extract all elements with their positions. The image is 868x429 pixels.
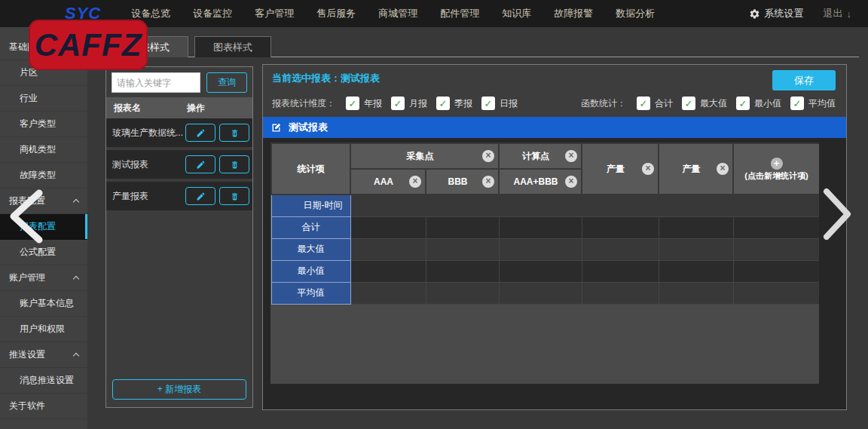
column-subheader: AAA+BBB×	[499, 169, 582, 195]
checkbox-option[interactable]: ✓季报	[436, 97, 472, 110]
table-title: 测试报表	[289, 121, 328, 134]
collapse-icon	[73, 199, 79, 205]
nav-item[interactable]: 数据分析	[616, 7, 655, 20]
nav-item[interactable]: 商城管理	[378, 7, 417, 20]
sidebar-item[interactable]: 用户和权限	[0, 317, 87, 342]
table-row: 最大值	[271, 238, 819, 260]
settings-label: 系统设置	[765, 7, 804, 20]
collapse-icon	[73, 353, 79, 359]
checkbox-checked-icon: ✓	[391, 97, 405, 110]
report-row[interactable]: 测试报表	[106, 150, 252, 182]
table-cell	[733, 238, 819, 260]
edit-icon	[270, 122, 282, 133]
report-name: 产量报表	[106, 190, 185, 203]
checkbox-option[interactable]: ✓日报	[481, 97, 518, 110]
table-row: 平均值	[271, 282, 819, 304]
table-row: 日期-时间	[271, 195, 819, 216]
checkbox-checked-icon: ✓	[436, 97, 450, 110]
table-cell	[426, 216, 499, 238]
logout-arrow-icon: ↓	[847, 8, 852, 20]
sidebar-item[interactable]: 消息推送设置	[0, 368, 87, 394]
dimension-group-label: 报表统计维度：	[272, 97, 335, 110]
checkbox-option[interactable]: ✓最小值	[736, 97, 781, 110]
remove-column-icon[interactable]: ×	[717, 163, 729, 175]
sidebar-item[interactable]: 商机类型	[0, 137, 87, 163]
tab-inactive[interactable]: 图表样式	[194, 36, 271, 57]
report-grid: 统计项采集点×计算点×产量×产量×+(点击新增统计项)AAA×BBB×AAA+B…	[270, 142, 819, 305]
sidebar-item[interactable]: 账户基本信息	[0, 291, 87, 317]
search-button[interactable]: 查询	[206, 72, 247, 93]
delete-report-button[interactable]	[219, 124, 249, 142]
table-cell	[426, 260, 499, 282]
nav-item[interactable]: 配件管理	[440, 7, 479, 20]
add-column-header[interactable]: +(点击新增统计项)	[733, 143, 819, 195]
checkbox-checked-icon: ✓	[481, 97, 495, 110]
checkbox-checked-icon: ✓	[790, 97, 804, 110]
remove-column-icon[interactable]: ×	[565, 150, 577, 162]
sidebar-item[interactable]: 故障类型	[0, 163, 87, 188]
checkbox-checked-icon: ✓	[736, 97, 750, 110]
checkbox-option[interactable]: ✓月报	[391, 97, 427, 110]
report-row[interactable]: 玻璃生产数据统...	[106, 118, 252, 150]
table-cell	[733, 260, 819, 282]
settings-button[interactable]: 系统设置	[749, 7, 804, 20]
search-input[interactable]	[112, 72, 200, 93]
collapse-icon	[73, 276, 79, 282]
report-editor-panel: 当前选中报表：测试报表 保存 报表统计维度： ✓年报✓月报✓季报✓日报 函数统计…	[262, 64, 847, 410]
table-cell	[582, 282, 659, 304]
table-cell	[499, 216, 582, 238]
remove-column-icon[interactable]: ×	[565, 176, 577, 188]
row-label: 平均值	[271, 282, 350, 304]
edit-report-button[interactable]	[185, 124, 215, 142]
nav-item[interactable]: 知识库	[502, 7, 531, 20]
remove-column-icon[interactable]: ×	[409, 176, 421, 188]
logout-label: 退出	[824, 7, 843, 20]
checkbox-option[interactable]: ✓合计	[637, 97, 673, 110]
report-list-panel: 查询 报表名 操作 玻璃生产数据统...测试报表产量报表 + 新增报表	[105, 66, 253, 408]
delete-report-button[interactable]	[219, 187, 249, 205]
table-cell	[499, 260, 582, 282]
table-cell	[582, 238, 659, 260]
nav-item[interactable]: 售后服务	[316, 7, 356, 20]
report-row[interactable]: 产量报表	[106, 182, 252, 213]
checkbox-option[interactable]: ✓最大值	[682, 97, 727, 110]
remove-column-icon[interactable]: ×	[642, 163, 654, 175]
add-report-button[interactable]: + 新增报表	[112, 379, 246, 400]
table-cell	[659, 238, 733, 260]
table-cell	[733, 282, 819, 304]
selected-report-value: 测试报表	[341, 72, 380, 84]
selected-report: 当前选中报表：测试报表	[272, 72, 380, 85]
table-row: 最小值	[271, 260, 819, 282]
logout-button[interactable]: 退出 ↓	[824, 7, 852, 20]
sidebar-item[interactable]: 关于软件	[0, 394, 87, 419]
checkbox-option[interactable]: ✓年报	[346, 97, 382, 110]
save-button[interactable]: 保存	[772, 70, 836, 90]
nav-item[interactable]: 设备监控	[193, 7, 232, 20]
report-rows: 玻璃生产数据统...测试报表产量报表	[106, 118, 252, 213]
column-subheader: BBB×	[426, 169, 499, 195]
function-options: ✓合计✓最大值✓最小值✓平均值	[637, 97, 836, 110]
next-icon[interactable]	[821, 187, 854, 241]
remove-column-icon[interactable]: ×	[482, 176, 494, 188]
delete-report-button[interactable]	[219, 155, 249, 173]
watermark: CAFFZ	[29, 20, 148, 70]
edit-report-button[interactable]	[185, 187, 215, 205]
sidebar-item[interactable]: 推送设置	[0, 342, 87, 368]
table-cell	[350, 282, 426, 304]
nav-item[interactable]: 设备总览	[131, 7, 170, 20]
table-cell	[350, 195, 819, 216]
edit-report-button[interactable]	[185, 155, 215, 173]
checkbox-option[interactable]: ✓平均值	[790, 97, 836, 110]
column-header: 产量×	[659, 143, 733, 195]
add-column-icon[interactable]: +	[771, 158, 783, 170]
remove-column-icon[interactable]: ×	[482, 150, 494, 162]
prev-icon[interactable]	[6, 188, 45, 244]
nav-item[interactable]: 故障报警	[554, 7, 593, 20]
table-cell	[582, 216, 659, 238]
column-header: 产量×	[582, 143, 659, 195]
selected-report-label: 当前选中报表：	[272, 72, 341, 84]
sidebar-item[interactable]: 行业	[0, 86, 87, 112]
sidebar-item[interactable]: 客户类型	[0, 112, 87, 137]
sidebar-item[interactable]: 账户管理	[0, 265, 87, 291]
nav-item[interactable]: 客户管理	[255, 7, 294, 20]
